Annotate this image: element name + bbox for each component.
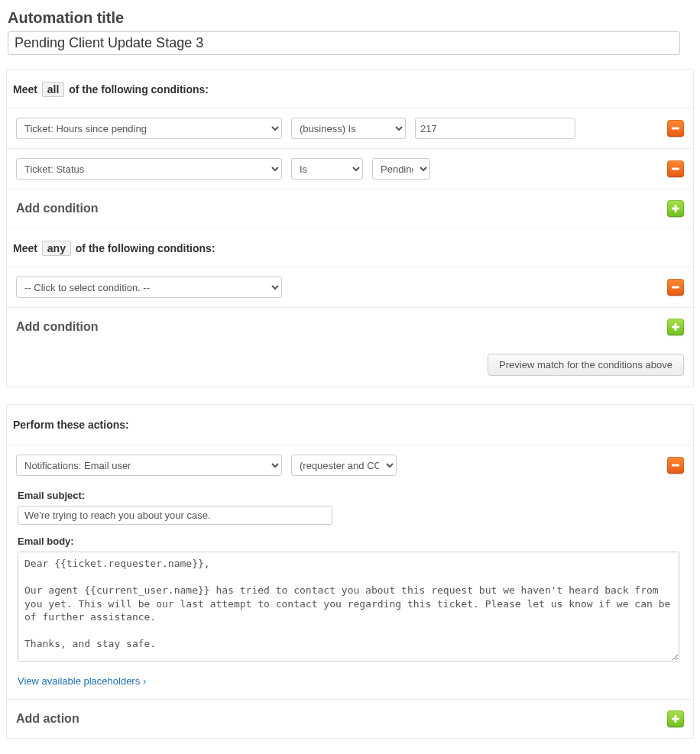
add-condition-button[interactable]	[667, 319, 684, 335]
minus-icon	[671, 461, 680, 470]
add-condition-row: Add condition	[7, 189, 693, 228]
condition-field-select[interactable]: Ticket: Hours since pending	[16, 118, 282, 139]
email-subject-input[interactable]	[18, 506, 332, 525]
svg-rect-3	[672, 208, 679, 210]
svg-rect-1	[672, 168, 679, 170]
minus-icon	[671, 283, 680, 292]
condition-operator-select[interactable]: (business) Is	[291, 118, 406, 139]
all-chip: all	[42, 82, 65, 97]
add-action-button[interactable]	[667, 710, 684, 727]
conditions-all-header: Meet all of the following conditions:	[7, 70, 693, 108]
plus-icon	[671, 322, 680, 332]
remove-action-button[interactable]	[667, 457, 684, 474]
add-condition-label: Add condition	[16, 320, 99, 334]
preview-match-button[interactable]: Preview match for the conditions above	[488, 354, 684, 376]
add-action-label: Add action	[16, 712, 79, 726]
minus-icon	[671, 124, 680, 133]
condition-value-input[interactable]	[415, 118, 575, 139]
svg-rect-6	[672, 326, 679, 328]
any-chip: any	[42, 241, 71, 256]
remove-condition-button[interactable]	[667, 120, 684, 137]
add-action-row: Add action	[7, 699, 693, 738]
actions-panel: Perform these actions: Notifications: Em…	[6, 404, 694, 739]
email-body-label: Email body:	[18, 536, 693, 547]
add-condition-button[interactable]	[667, 200, 684, 217]
svg-rect-7	[672, 464, 679, 467]
footer: Update Submit	[5, 739, 695, 754]
conditions-all-panel: Meet all of the following conditions: Ti…	[6, 69, 694, 387]
svg-rect-0	[672, 128, 679, 130]
remove-condition-button[interactable]	[667, 279, 684, 296]
condition-field-select[interactable]: -- Click to select condition. --	[16, 277, 282, 298]
minus-icon	[671, 164, 680, 173]
view-placeholders-link[interactable]: View available placeholders›	[18, 675, 146, 687]
email-body-textarea[interactable]: Dear {{ticket.requester.name}}, Our agen…	[18, 552, 679, 662]
condition-operator-select[interactable]: Is	[291, 158, 363, 180]
actions-header: Perform these actions:	[7, 405, 693, 445]
action-type-select[interactable]: Notifications: Email user	[16, 455, 282, 476]
svg-rect-4	[672, 286, 679, 289]
condition-row: Ticket: Status Is Pending	[7, 148, 693, 189]
add-condition-label: Add condition	[16, 202, 99, 215]
plus-icon	[671, 204, 680, 213]
condition-row: Ticket: Hours since pending (business) I…	[7, 108, 693, 148]
remove-condition-button[interactable]	[667, 160, 684, 177]
add-condition-row: Add condition	[7, 307, 693, 346]
condition-field-select[interactable]: Ticket: Status	[16, 158, 282, 180]
condition-row: -- Click to select condition. --	[7, 267, 693, 307]
page-title: Automation title	[8, 9, 695, 27]
action-target-select[interactable]: (requester and CCs)	[291, 455, 397, 476]
svg-rect-9	[672, 718, 679, 720]
plus-icon	[671, 714, 680, 723]
condition-value-select[interactable]: Pending	[372, 158, 430, 180]
automation-title-input[interactable]	[8, 31, 680, 55]
action-row: Notifications: Email user (requester and…	[7, 445, 693, 485]
chevron-right-icon: ›	[143, 676, 146, 687]
conditions-any-header: Meet any of the following conditions:	[7, 228, 693, 267]
email-subject-label: Email subject:	[18, 490, 693, 501]
